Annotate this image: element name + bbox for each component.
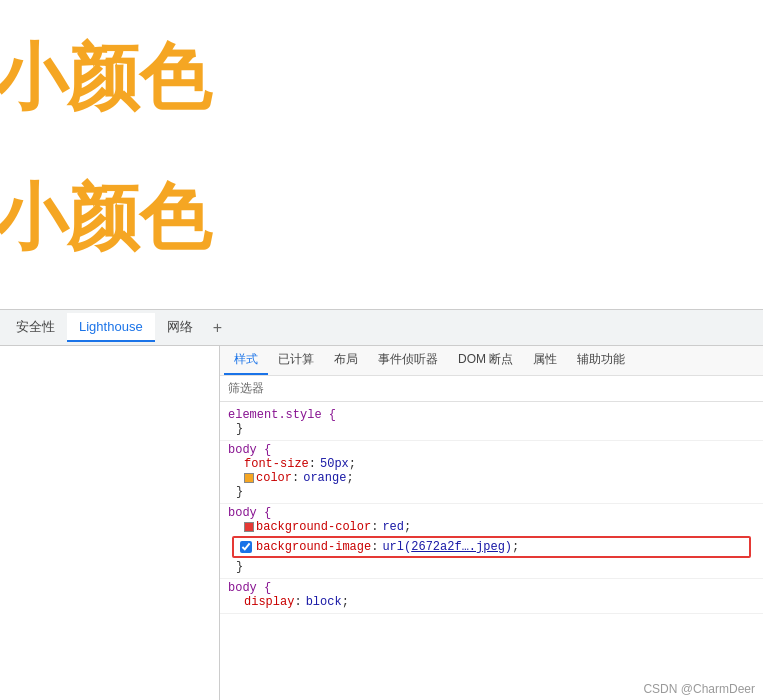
- css-rules-area: element.style { } body { font-size : 50p…: [220, 402, 763, 700]
- css-prop-color: color : orange ;: [228, 471, 755, 485]
- css-rule-body-1: body { font-size : 50px ; color : orange…: [220, 441, 763, 504]
- subtab-computed[interactable]: 已计算: [268, 346, 324, 375]
- css-prop-bg-image: background-image : url( 2672a2f….jpeg ) …: [240, 540, 743, 554]
- devtools-panel: 安全性 Lighthouse 网络 + 样式 已计算 布局 事件侦听器 DOM …: [0, 310, 763, 700]
- tab-network[interactable]: 网络: [155, 312, 205, 344]
- subtab-layout[interactable]: 布局: [324, 346, 368, 375]
- color-swatch-red[interactable]: [244, 522, 254, 532]
- styles-panel: 样式 已计算 布局 事件侦听器 DOM 断点 属性 辅助功能 筛选器 eleme…: [220, 346, 763, 700]
- css-selector-body-3: body {: [228, 581, 271, 595]
- dom-panel: [0, 346, 220, 700]
- css-prop-bg-color: background-color : red ;: [228, 520, 755, 534]
- subtab-accessibility[interactable]: 辅助功能: [567, 346, 635, 375]
- styles-subtab-bar: 样式 已计算 布局 事件侦听器 DOM 断点 属性 辅助功能: [220, 346, 763, 376]
- watermark: CSDN @CharmDeer: [643, 682, 755, 696]
- subtab-dom-breakpoints[interactable]: DOM 断点: [448, 346, 523, 375]
- color-swatch-orange[interactable]: [244, 473, 254, 483]
- css-rule-element-style: element.style { }: [220, 406, 763, 441]
- css-bg-image-link[interactable]: 2672a2f….jpeg: [411, 540, 505, 554]
- subtab-event-listeners[interactable]: 事件侦听器: [368, 346, 448, 375]
- subtab-styles[interactable]: 样式: [224, 346, 268, 375]
- big-chinese-text-1: 小颜色: [0, 30, 211, 126]
- subtab-properties[interactable]: 属性: [523, 346, 567, 375]
- devtools-tab-bar: 安全性 Lighthouse 网络 +: [0, 310, 763, 346]
- css-closing-brace-3: }: [228, 560, 755, 574]
- tab-security[interactable]: 安全性: [4, 312, 67, 344]
- css-highlighted-row: background-image : url( 2672a2f….jpeg ) …: [232, 536, 751, 558]
- css-selector-body-2: body {: [228, 506, 271, 520]
- page-content-area: 小颜色 小颜色: [0, 0, 763, 310]
- css-closing-brace-1: }: [228, 422, 755, 436]
- tab-lighthouse[interactable]: Lighthouse: [67, 313, 155, 342]
- styles-filter-bar: 筛选器: [220, 376, 763, 402]
- big-chinese-text-2: 小颜色: [0, 170, 211, 266]
- css-selector-body-1: body {: [228, 443, 271, 457]
- css-selector-element-style: element.style {: [228, 408, 336, 422]
- css-prop-checkbox[interactable]: [240, 541, 252, 553]
- css-rule-body-2: body { background-color : red ; backgrou…: [220, 504, 763, 579]
- css-closing-brace-2: }: [228, 485, 755, 499]
- filter-label: 筛选器: [228, 381, 264, 395]
- tab-add-button[interactable]: +: [205, 315, 230, 341]
- css-rule-body-3: body { display : block ;: [220, 579, 763, 614]
- css-prop-display: display : block ;: [228, 595, 755, 609]
- devtools-content-area: 样式 已计算 布局 事件侦听器 DOM 断点 属性 辅助功能 筛选器 eleme…: [0, 346, 763, 700]
- css-prop-font-size: font-size : 50px ;: [228, 457, 755, 471]
